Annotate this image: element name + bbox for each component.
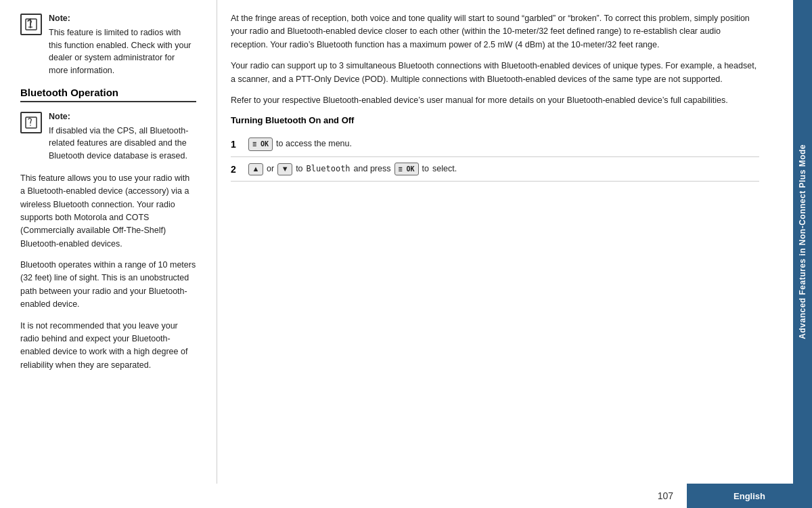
- arrow-up-icon: ▲: [248, 163, 263, 175]
- step-2-and-press: and press: [354, 163, 391, 175]
- turning-bluetooth-heading: Turning Bluetooth On and Off: [231, 115, 759, 125]
- body-para-2: Bluetooth operates within a range of 10 …: [20, 259, 196, 312]
- content-area: Note: This feature is limited to radios …: [0, 0, 812, 508]
- step-2-to: to: [296, 163, 302, 175]
- step-1-after-text: to access the menu.: [276, 137, 352, 150]
- page-number: 107: [658, 490, 687, 501]
- note-block-1: Note: This feature is limited to radios …: [20, 12, 196, 77]
- body-para-1: This feature allows you to use your radi…: [20, 172, 196, 251]
- page-wrapper: Note: This feature is limited to radios …: [0, 0, 812, 508]
- ok-key-icon-2: ≡ OK: [394, 163, 419, 176]
- svg-point-4: [30, 125, 31, 126]
- svg-point-2: [30, 26, 31, 28]
- note-text-1: Note: This feature is limited to radios …: [49, 12, 196, 77]
- note-text-2: Note: If disabled via the CPS, all Bluet…: [49, 110, 196, 163]
- body-para-3: It is not recommended that you leave you…: [20, 320, 196, 373]
- step-2-or: or: [267, 163, 274, 175]
- footer: 107 English: [0, 484, 812, 508]
- step-number-2: 2: [231, 164, 242, 175]
- numbered-steps: 1 ≡ OK to access the menu. 2 ▲ or ▼ to B…: [231, 132, 759, 182]
- bluetooth-code-text: Bluetooth: [307, 163, 351, 175]
- step-content-1: ≡ OK to access the menu.: [248, 137, 352, 151]
- menu-ok-key-icon: ≡ OK: [248, 137, 273, 151]
- language-badge: English: [687, 484, 812, 508]
- note-label-1: Note:: [49, 12, 196, 25]
- side-tab: Advanced Features in Non-Connect Plus Mo…: [793, 0, 812, 484]
- side-tab-text: Advanced Features in Non-Connect Plus Mo…: [798, 144, 807, 339]
- note-content-1: This feature is limited to radios with t…: [49, 28, 191, 75]
- note-icon-2: [20, 112, 42, 133]
- step-row-2: 2 ▲ or ▼ to Bluetooth and press ≡ OK to …: [231, 157, 759, 182]
- left-column: Note: This feature is limited to radios …: [0, 0, 210, 484]
- right-column: At the fringe areas of reception, both v…: [217, 0, 793, 484]
- right-para-3: Refer to your respective Bluetooth-enabl…: [231, 94, 759, 107]
- right-para-1: At the fringe areas of reception, both v…: [231, 12, 759, 51]
- right-para-2: Your radio can support up to 3 simultane…: [231, 60, 759, 86]
- note-icon-1: [20, 14, 42, 35]
- step-content-2: ▲ or ▼ to Bluetooth and press ≡ OK to se…: [248, 163, 457, 176]
- step-number-1: 1: [231, 139, 242, 150]
- step-2-select: select.: [432, 163, 457, 175]
- note-block-2: Note: If disabled via the CPS, all Bluet…: [20, 110, 196, 163]
- section-heading-bluetooth: Bluetooth Operation: [20, 87, 196, 102]
- arrow-down-icon: ▼: [277, 163, 292, 175]
- note-label-2: Note:: [49, 110, 196, 123]
- note-content-2: If disabled via the CPS, all Bluetooth-r…: [49, 126, 188, 161]
- step-2-to-select: to: [422, 163, 429, 175]
- step-row-1: 1 ≡ OK to access the menu.: [231, 132, 759, 157]
